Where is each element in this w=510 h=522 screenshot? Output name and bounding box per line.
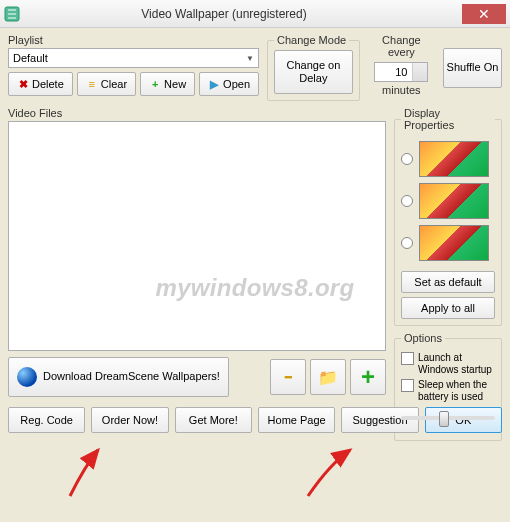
suggestion-button[interactable]: Suggestion xyxy=(341,407,418,433)
get-more-button[interactable]: Get More! xyxy=(175,407,252,433)
clear-icon: ≡ xyxy=(86,78,98,90)
open-button[interactable]: ▶Open xyxy=(199,72,259,96)
clear-button[interactable]: ≡Clear xyxy=(77,72,136,96)
add-folder-button[interactable]: 📁 xyxy=(310,359,346,395)
window-title: Video Wallpaper (unregistered) xyxy=(0,7,462,21)
apply-all-button[interactable]: Apply to all xyxy=(401,297,495,319)
chevron-down-icon: ▼ xyxy=(246,54,254,63)
playlist-label: Playlist xyxy=(8,34,259,46)
change-every-unit: minutes xyxy=(382,84,421,96)
change-every-label: Change every xyxy=(368,34,435,58)
add-file-button[interactable]: + xyxy=(350,359,386,395)
display-properties-group: Display Properties Set as default Apply … xyxy=(394,107,502,326)
delete-button[interactable]: ✖Delete xyxy=(8,72,73,96)
display-thumb-2 xyxy=(419,183,489,219)
download-dreamscene-button[interactable]: Download DreamScene Wallpapers! xyxy=(8,357,229,397)
annotation-arrow-1 xyxy=(60,446,120,508)
annotation-arrow-2 xyxy=(300,446,370,508)
launch-startup-checkbox[interactable] xyxy=(401,352,414,365)
change-mode-group: Change Mode Change on Delay xyxy=(267,34,360,101)
open-icon: ▶ xyxy=(208,78,220,90)
folder-plus-icon: 📁 xyxy=(318,368,338,387)
home-page-button[interactable]: Home Page xyxy=(258,407,335,433)
volume-slider[interactable] xyxy=(401,416,495,420)
display-radio-3[interactable] xyxy=(401,237,413,249)
plus-icon: + xyxy=(361,363,375,391)
delete-icon: ✖ xyxy=(17,78,29,90)
sleep-battery-checkbox[interactable] xyxy=(401,379,414,392)
plus-icon: + xyxy=(149,78,161,90)
ok-button[interactable]: OK xyxy=(425,407,502,433)
reg-code-button[interactable]: Reg. Code xyxy=(8,407,85,433)
playlist-combo[interactable]: Default▼ xyxy=(8,48,259,68)
new-button[interactable]: +New xyxy=(140,72,195,96)
video-files-list[interactable] xyxy=(8,121,386,351)
display-radio-1[interactable] xyxy=(401,153,413,165)
minus-icon: ━ xyxy=(285,371,292,384)
display-thumb-1 xyxy=(419,141,489,177)
globe-icon xyxy=(17,367,37,387)
change-on-delay-button[interactable]: Change on Delay xyxy=(274,50,353,94)
display-radio-2[interactable] xyxy=(401,195,413,207)
close-button[interactable]: ✕ xyxy=(462,4,506,24)
video-files-label: Video Files xyxy=(8,107,386,119)
remove-file-button[interactable]: ━ xyxy=(270,359,306,395)
change-every-input[interactable]: 10 xyxy=(374,62,428,82)
order-now-button[interactable]: Order Now! xyxy=(91,407,168,433)
set-default-button[interactable]: Set as default xyxy=(401,271,495,293)
shuffle-button[interactable]: Shuffle On xyxy=(443,48,502,88)
display-thumb-3 xyxy=(419,225,489,261)
